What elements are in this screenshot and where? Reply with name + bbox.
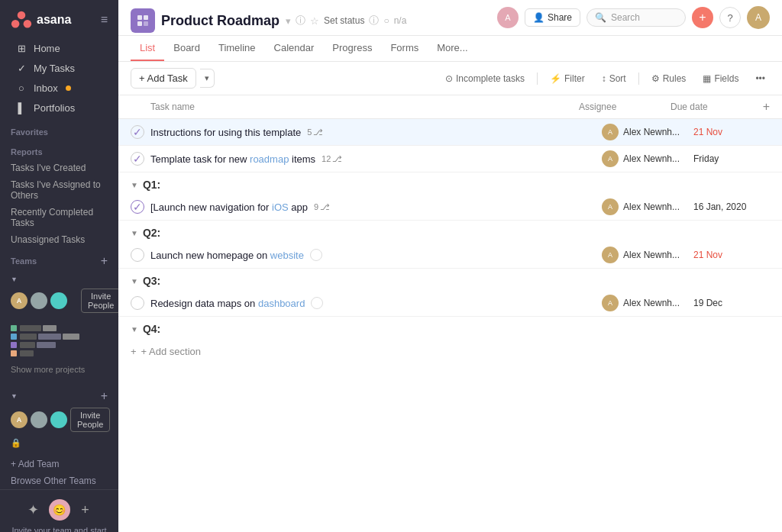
section-q4-toggle[interactable]: ▼ <box>131 325 138 334</box>
task-title-4: Launch new homepage on website <box>150 250 304 261</box>
sidebar-item-inbox[interactable]: ○ Inbox <box>5 79 114 98</box>
info-icon[interactable]: ⓘ <box>296 14 305 27</box>
task-check-icon-5[interactable] <box>131 296 144 310</box>
team-2-add-icon[interactable]: + <box>101 389 108 403</box>
current-user-avatar[interactable]: A <box>747 6 770 29</box>
sidebar: asana ≡ ⊞ Home ✓ My Tasks ○ Inbox ▌ Port… <box>0 0 118 532</box>
chevron-down-icon[interactable]: ▾ <box>286 15 291 27</box>
task-row[interactable]: Launch new homepage on website A Alex Ne… <box>118 242 782 269</box>
task-row[interactable]: ✓ Instructions for using this template 5… <box>118 119 782 146</box>
team-1-invite-button[interactable]: Invite People <box>81 289 118 313</box>
section-q4[interactable]: ▼ Q4: <box>118 317 782 338</box>
filter-label: Filter <box>564 73 585 84</box>
svg-point-1 <box>11 20 20 28</box>
roadmap-link[interactable]: roadmap <box>250 153 289 165</box>
help-circle-icon[interactable]: ⓘ <box>369 14 379 27</box>
project-row-4[interactable] <box>11 350 108 356</box>
tab-forms[interactable]: Forms <box>381 36 428 61</box>
filter-button[interactable]: ⚡ Filter <box>545 70 590 87</box>
section-q2-toggle[interactable]: ▼ <box>131 229 138 237</box>
fields-button[interactable]: ▦ Fields <box>698 70 743 87</box>
sidebar-item-portfolios[interactable]: ▌ Portfolios <box>5 98 114 118</box>
task-row[interactable]: ✓ [Launch new navigation for iOS app 9 ⎇… <box>118 194 782 221</box>
section-q1-toggle[interactable]: ▼ <box>131 181 138 189</box>
toolbar: + Add Task ▾ ⊙ Incomplete tasks ⚡ Filter… <box>118 62 782 95</box>
subtask-icon-2: ⎇ <box>332 154 342 164</box>
add-column-button[interactable]: + <box>747 100 770 114</box>
ios-link[interactable]: iOS <box>272 202 289 213</box>
set-status-button[interactable]: Set status <box>324 15 364 26</box>
teams-add-icon[interactable]: + <box>101 254 108 268</box>
sidebar-item-my-tasks[interactable]: ✓ My Tasks <box>5 59 114 78</box>
dashboard-link[interactable]: dashboard <box>258 298 305 309</box>
sidebar-collapse-icon[interactable]: ≡ <box>101 13 108 27</box>
tab-calendar[interactable]: Calendar <box>265 36 324 61</box>
search-bar[interactable]: 🔍 Search <box>586 8 686 27</box>
section-q2[interactable]: ▼ Q2: <box>118 221 782 242</box>
website-link[interactable]: website <box>270 250 304 261</box>
sort-icon: ↕ <box>602 73 606 84</box>
tab-timeline[interactable]: Timeline <box>209 36 265 61</box>
section-q3[interactable]: ▼ Q3: <box>118 269 782 290</box>
toolbar-sep-1 <box>537 73 538 85</box>
report-tasks-created[interactable]: Tasks I've Created <box>0 160 118 176</box>
task-row[interactable]: Redesign data maps on dashboard A Alex N… <box>118 290 782 317</box>
tab-board[interactable]: Board <box>164 36 209 61</box>
sidebar-item-label-home: Home <box>34 43 60 54</box>
assignee-cell-2: A Alex Newnh... <box>602 150 693 167</box>
team-2-avatar-3 <box>50 411 67 428</box>
sidebar-bottom-text: Invite your team and start collaborating… <box>9 525 109 532</box>
incomplete-tasks-label: Incomplete tasks <box>456 73 525 84</box>
section-q1[interactable]: ▼ Q1: <box>118 172 782 194</box>
section-q2-label: Q2: <box>143 227 160 239</box>
team-1-toggle[interactable]: ▼ <box>11 276 18 283</box>
asana-logo-text: asana <box>37 13 71 27</box>
task-count-1: 5 ⎇ <box>307 127 323 137</box>
add-task-button[interactable]: + Add Task <box>131 68 196 89</box>
report-recently-completed[interactable]: Recently Completed Tasks <box>0 204 118 231</box>
show-more-projects[interactable]: Show more projects <box>0 362 118 377</box>
section-q3-toggle[interactable]: ▼ <box>131 277 138 285</box>
task-check-icon-2[interactable]: ✓ <box>131 152 144 166</box>
team-2-invite-button[interactable]: Invite People <box>70 408 110 432</box>
sidebar-item-home[interactable]: ⊞ Home <box>5 39 114 58</box>
add-task-dropdown-button[interactable]: ▾ <box>200 69 215 88</box>
project-title: Product Roadmap <box>161 13 280 29</box>
task-name-cell-4: Launch new homepage on website <box>150 249 602 261</box>
task-row[interactable]: ✓ Template task for new roadmap items 12… <box>118 146 782 172</box>
project-row-1[interactable] <box>11 325 108 331</box>
sort-button[interactable]: ↕ Sort <box>597 70 631 87</box>
project-header-left: Product Roadmap ▾ ⓘ ☆ Set status ⓘ ○ n/a <box>131 8 406 33</box>
tab-progress[interactable]: Progress <box>323 36 381 61</box>
task-title-3: [Launch new navigation for iOS app <box>150 202 308 213</box>
project-row-2[interactable] <box>11 334 108 340</box>
add-section-button[interactable]: + + Add section <box>118 338 782 365</box>
rules-button[interactable]: ⚙ Rules <box>647 70 691 87</box>
add-team-button[interactable]: + Add Team <box>0 456 118 472</box>
add-icon-button[interactable]: + <box>692 7 713 28</box>
tab-list[interactable]: List <box>131 36 164 61</box>
help-button[interactable]: ? <box>719 7 741 28</box>
section-q3-label: Q3: <box>143 275 160 287</box>
teams-header: Teams + <box>0 248 118 271</box>
subtask-icon-1: ⎇ <box>313 127 323 137</box>
task-check-icon-1[interactable]: ✓ <box>131 125 144 139</box>
task-meta-1: 5 ⎇ <box>307 127 323 137</box>
task-check-icon-3[interactable]: ✓ <box>131 200 144 214</box>
task-check-icon-4[interactable] <box>131 248 144 262</box>
share-button[interactable]: 👤 Share <box>525 8 580 27</box>
project-row-3[interactable] <box>11 342 108 348</box>
tab-more[interactable]: More... <box>428 36 477 61</box>
fields-label: Fields <box>714 73 738 84</box>
more-options-button[interactable]: ••• <box>751 70 770 87</box>
report-unassigned[interactable]: Unassigned Tasks <box>0 231 118 248</box>
star-icon[interactable]: ☆ <box>310 15 319 27</box>
fields-icon: ▦ <box>703 73 711 84</box>
team-2-toggle[interactable]: ▼ <box>11 392 18 400</box>
team-2-avatar-2 <box>31 411 47 428</box>
task-count-3: 9 ⎇ <box>314 202 330 212</box>
search-icon: 🔍 <box>595 12 606 23</box>
report-tasks-assigned[interactable]: Tasks I've Assigned to Others <box>0 176 118 204</box>
browse-teams-button[interactable]: Browse Other Teams <box>0 472 118 489</box>
incomplete-tasks-button[interactable]: ⊙ Incomplete tasks <box>441 70 529 87</box>
